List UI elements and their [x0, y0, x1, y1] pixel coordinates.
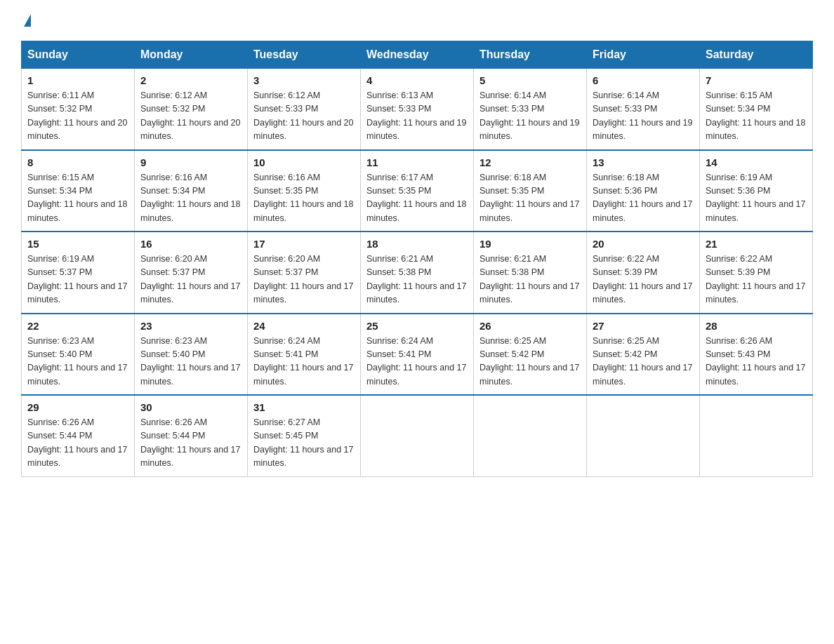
day-number: 19 [479, 238, 581, 250]
calendar-cell: 11Sunrise: 6:17 AMSunset: 5:35 PMDayligh… [361, 150, 474, 232]
day-info: Sunrise: 6:19 AMSunset: 5:36 PMDaylight:… [706, 171, 807, 226]
calendar-cell: 29Sunrise: 6:26 AMSunset: 5:44 PMDayligh… [22, 395, 135, 476]
calendar-week-row: 29Sunrise: 6:26 AMSunset: 5:44 PMDayligh… [22, 395, 813, 476]
calendar-cell: 30Sunrise: 6:26 AMSunset: 5:44 PMDayligh… [135, 395, 248, 476]
day-info: Sunrise: 6:26 AMSunset: 5:43 PMDaylight:… [706, 335, 807, 389]
calendar-cell: 7Sunrise: 6:15 AMSunset: 5:34 PMDaylight… [700, 69, 813, 150]
calendar-cell: 20Sunrise: 6:22 AMSunset: 5:39 PMDayligh… [587, 232, 700, 314]
calendar-cell: 4Sunrise: 6:13 AMSunset: 5:33 PMDaylight… [361, 69, 474, 150]
calendar-cell: 23Sunrise: 6:23 AMSunset: 5:40 PMDayligh… [135, 314, 248, 396]
day-info: Sunrise: 6:14 AMSunset: 5:33 PMDaylight:… [593, 89, 694, 144]
calendar-cell: 3Sunrise: 6:12 AMSunset: 5:33 PMDaylight… [248, 69, 361, 150]
calendar-week-row: 8Sunrise: 6:15 AMSunset: 5:34 PMDaylight… [22, 150, 813, 232]
calendar-cell [700, 395, 813, 476]
calendar-cell: 14Sunrise: 6:19 AMSunset: 5:36 PMDayligh… [700, 150, 813, 232]
day-number: 31 [253, 401, 355, 413]
day-info: Sunrise: 6:25 AMSunset: 5:42 PMDaylight:… [593, 335, 694, 389]
day-info: Sunrise: 6:12 AMSunset: 5:32 PMDaylight:… [140, 89, 241, 144]
calendar-cell: 22Sunrise: 6:23 AMSunset: 5:40 PMDayligh… [22, 314, 135, 396]
day-info: Sunrise: 6:12 AMSunset: 5:33 PMDaylight:… [253, 89, 355, 144]
col-header-monday: Monday [135, 41, 248, 69]
day-number: 28 [706, 320, 807, 332]
day-info: Sunrise: 6:23 AMSunset: 5:40 PMDaylight:… [27, 335, 128, 389]
day-number: 5 [479, 74, 581, 86]
day-info: Sunrise: 6:15 AMSunset: 5:34 PMDaylight:… [27, 171, 128, 226]
day-info: Sunrise: 6:27 AMSunset: 5:45 PMDaylight:… [253, 416, 355, 471]
logo-triangle-icon [24, 14, 31, 27]
day-info: Sunrise: 6:24 AMSunset: 5:41 PMDaylight:… [366, 335, 468, 389]
page-header [21, 14, 813, 27]
day-number: 4 [366, 74, 468, 86]
day-info: Sunrise: 6:20 AMSunset: 5:37 PMDaylight:… [140, 253, 241, 307]
calendar-week-row: 15Sunrise: 6:19 AMSunset: 5:37 PMDayligh… [22, 232, 813, 314]
day-info: Sunrise: 6:24 AMSunset: 5:41 PMDaylight:… [253, 335, 355, 389]
calendar-cell: 18Sunrise: 6:21 AMSunset: 5:38 PMDayligh… [361, 232, 474, 314]
day-info: Sunrise: 6:23 AMSunset: 5:40 PMDaylight:… [140, 335, 241, 389]
col-header-saturday: Saturday [700, 41, 813, 69]
calendar-cell: 9Sunrise: 6:16 AMSunset: 5:34 PMDaylight… [135, 150, 248, 232]
calendar-cell: 21Sunrise: 6:22 AMSunset: 5:39 PMDayligh… [700, 232, 813, 314]
col-header-tuesday: Tuesday [248, 41, 361, 69]
day-number: 21 [706, 238, 807, 250]
day-info: Sunrise: 6:11 AMSunset: 5:32 PMDaylight:… [27, 89, 128, 144]
calendar-cell: 6Sunrise: 6:14 AMSunset: 5:33 PMDaylight… [587, 69, 700, 150]
col-header-friday: Friday [587, 41, 700, 69]
day-info: Sunrise: 6:21 AMSunset: 5:38 PMDaylight:… [366, 253, 468, 307]
col-header-wednesday: Wednesday [361, 41, 474, 69]
calendar-cell: 8Sunrise: 6:15 AMSunset: 5:34 PMDaylight… [22, 150, 135, 232]
calendar-table: SundayMondayTuesdayWednesdayThursdayFrid… [21, 41, 813, 477]
day-info: Sunrise: 6:22 AMSunset: 5:39 PMDaylight:… [593, 253, 694, 307]
calendar-header-row: SundayMondayTuesdayWednesdayThursdayFrid… [22, 41, 813, 69]
day-number: 6 [593, 74, 694, 86]
day-info: Sunrise: 6:19 AMSunset: 5:37 PMDaylight:… [27, 253, 128, 307]
day-info: Sunrise: 6:26 AMSunset: 5:44 PMDaylight:… [27, 416, 128, 471]
day-number: 20 [593, 238, 694, 250]
day-info: Sunrise: 6:15 AMSunset: 5:34 PMDaylight:… [706, 89, 807, 144]
calendar-cell: 28Sunrise: 6:26 AMSunset: 5:43 PMDayligh… [700, 314, 813, 396]
day-info: Sunrise: 6:25 AMSunset: 5:42 PMDaylight:… [479, 335, 581, 389]
calendar-cell: 17Sunrise: 6:20 AMSunset: 5:37 PMDayligh… [248, 232, 361, 314]
calendar-cell: 25Sunrise: 6:24 AMSunset: 5:41 PMDayligh… [361, 314, 474, 396]
day-info: Sunrise: 6:18 AMSunset: 5:36 PMDaylight:… [593, 171, 694, 226]
calendar-cell: 26Sunrise: 6:25 AMSunset: 5:42 PMDayligh… [474, 314, 587, 396]
day-number: 27 [593, 320, 694, 332]
day-number: 30 [140, 401, 241, 413]
day-number: 7 [706, 74, 807, 86]
day-info: Sunrise: 6:16 AMSunset: 5:34 PMDaylight:… [140, 171, 241, 226]
col-header-thursday: Thursday [474, 41, 587, 69]
day-number: 25 [366, 320, 468, 332]
day-info: Sunrise: 6:21 AMSunset: 5:38 PMDaylight:… [479, 253, 581, 307]
day-number: 29 [27, 401, 128, 413]
day-info: Sunrise: 6:20 AMSunset: 5:37 PMDaylight:… [253, 253, 355, 307]
calendar-cell: 1Sunrise: 6:11 AMSunset: 5:32 PMDaylight… [22, 69, 135, 150]
day-number: 23 [140, 320, 241, 332]
day-number: 18 [366, 238, 468, 250]
day-info: Sunrise: 6:13 AMSunset: 5:33 PMDaylight:… [366, 89, 468, 144]
day-info: Sunrise: 6:17 AMSunset: 5:35 PMDaylight:… [366, 171, 468, 226]
calendar-cell: 24Sunrise: 6:24 AMSunset: 5:41 PMDayligh… [248, 314, 361, 396]
day-number: 2 [140, 74, 241, 86]
calendar-week-row: 22Sunrise: 6:23 AMSunset: 5:40 PMDayligh… [22, 314, 813, 396]
day-number: 9 [140, 156, 241, 168]
day-number: 15 [27, 238, 128, 250]
day-info: Sunrise: 6:18 AMSunset: 5:35 PMDaylight:… [479, 171, 581, 226]
day-info: Sunrise: 6:22 AMSunset: 5:39 PMDaylight:… [706, 253, 807, 307]
calendar-cell: 19Sunrise: 6:21 AMSunset: 5:38 PMDayligh… [474, 232, 587, 314]
calendar-cell: 27Sunrise: 6:25 AMSunset: 5:42 PMDayligh… [587, 314, 700, 396]
calendar-cell: 12Sunrise: 6:18 AMSunset: 5:35 PMDayligh… [474, 150, 587, 232]
col-header-sunday: Sunday [22, 41, 135, 69]
day-number: 26 [479, 320, 581, 332]
calendar-cell: 10Sunrise: 6:16 AMSunset: 5:35 PMDayligh… [248, 150, 361, 232]
day-number: 8 [27, 156, 128, 168]
day-number: 3 [253, 74, 355, 86]
day-number: 24 [253, 320, 355, 332]
day-number: 17 [253, 238, 355, 250]
calendar-cell: 31Sunrise: 6:27 AMSunset: 5:45 PMDayligh… [248, 395, 361, 476]
day-info: Sunrise: 6:14 AMSunset: 5:33 PMDaylight:… [479, 89, 581, 144]
day-info: Sunrise: 6:16 AMSunset: 5:35 PMDaylight:… [253, 171, 355, 226]
calendar-cell: 16Sunrise: 6:20 AMSunset: 5:37 PMDayligh… [135, 232, 248, 314]
day-number: 13 [593, 156, 694, 168]
day-info: Sunrise: 6:26 AMSunset: 5:44 PMDaylight:… [140, 416, 241, 471]
calendar-cell: 15Sunrise: 6:19 AMSunset: 5:37 PMDayligh… [22, 232, 135, 314]
calendar-cell: 5Sunrise: 6:14 AMSunset: 5:33 PMDaylight… [474, 69, 587, 150]
